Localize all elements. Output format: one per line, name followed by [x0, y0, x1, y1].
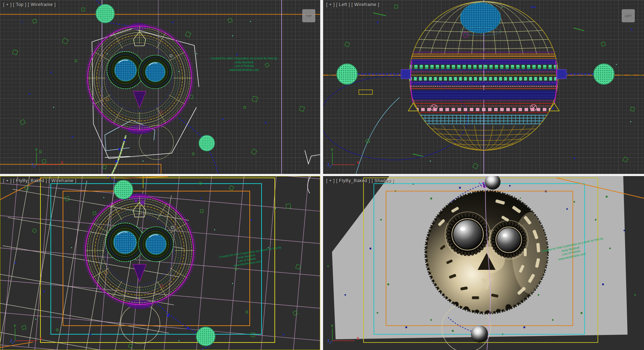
purple-antenna — [140, 200, 145, 205]
axis-z-label: Z — [327, 163, 330, 167]
viewport-label-top[interactable]: [ + ] [ Top ] [ Wireframe ] — [3, 2, 56, 7]
shiny-moon-sphere — [471, 325, 488, 342]
watermark-text: Created for Intel Corporation as a work … — [210, 57, 278, 72]
mint-moon-sphere — [594, 64, 614, 84]
viewcube-face-label: TOP — [306, 14, 312, 18]
camera-shaded-scene — [323, 176, 644, 350]
right-eye-gear — [489, 220, 528, 259]
axis-z-label: Z — [31, 163, 34, 167]
owl-sphere-wireframe — [84, 193, 195, 309]
cyan-orbit-curve — [356, 97, 400, 174]
viewport-label-camera-wireframe[interactable]: [ + ] [ FlyBy_Baked ] [ Wireframe ] — [3, 178, 77, 183]
viewport-left[interactable]: [ + ] [ Left ] [ Wireframe ] LEFT Y X Z — [323, 0, 644, 174]
purple-antenna — [135, 200, 137, 203]
mint-moon-sphere — [199, 135, 215, 151]
axis-z-label: Z — [327, 339, 330, 343]
mint-moon-sphere — [337, 64, 357, 84]
viewcube[interactable]: TOP — [302, 9, 315, 22]
left-eye-gear — [445, 212, 490, 257]
left-view-scene — [323, 0, 644, 174]
axis-tripod: Y X Z — [31, 148, 64, 170]
quad-viewport-app: [ + ] [ Top ] [ Wireframe ] TOP Y X Z Cr… — [0, 0, 644, 350]
axis-y-label: Y — [14, 324, 16, 328]
viewport-camera-shaded[interactable]: [ + ] [ FlyBy_Baked ] [ Shaded ] Y X Z C… — [323, 176, 644, 350]
yellow-helper-rect — [359, 90, 372, 94]
axis-x-label: X — [357, 337, 359, 341]
viewcube[interactable]: LEFT — [622, 9, 635, 22]
scatter-marks — [14, 182, 301, 348]
viewcube-face-label: LEFT — [625, 14, 632, 18]
viewport-top[interactable]: [ + ] [ Top ] [ Wireframe ] TOP Y X Z Cr… — [0, 0, 320, 174]
axis-tripod: Y X Z — [327, 148, 360, 170]
axis-y-label: Y — [331, 148, 333, 152]
hull-bands — [409, 52, 559, 124]
axis-x-label: X — [39, 337, 42, 341]
mint-moon-sphere — [114, 180, 133, 199]
mint-moon-sphere — [96, 4, 114, 23]
axis-z-label: Z — [10, 339, 12, 343]
axis-x-label: X — [357, 161, 359, 165]
flight-path-trails — [107, 176, 211, 350]
axis-y-label: Y — [331, 324, 333, 328]
viewport-camera-wireframe[interactable]: [ + ] [ FlyBy_Baked ] [ Wireframe ] Y X … — [0, 176, 320, 350]
viewport-label-left[interactable]: [ + ] [ Left ] [ Wireframe ] — [326, 2, 379, 7]
mint-moon-sphere — [196, 327, 215, 346]
camera-wireframe-scene — [0, 176, 320, 350]
axis-tripod: Y X Z — [327, 324, 360, 346]
axis-y-label: Y — [35, 148, 38, 152]
axis-tripod: Y X Z — [10, 324, 42, 346]
viewport-label-camera-shaded[interactable]: [ + ] [ FlyBy_Baked ] [ Shaded ] — [326, 178, 394, 183]
axis-x-label: X — [61, 161, 63, 165]
scene-orange-rect — [0, 164, 161, 174]
beige-orbit-circle — [121, 304, 160, 344]
